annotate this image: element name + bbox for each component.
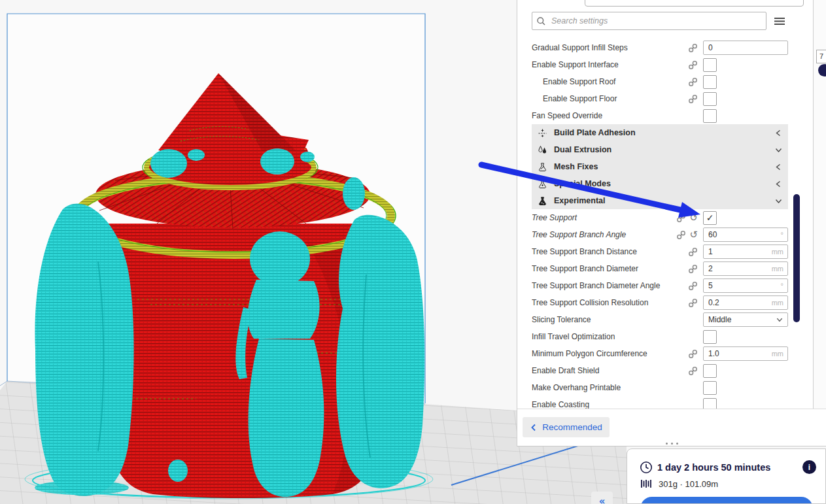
setting-checkbox[interactable]: [703, 58, 717, 72]
setting-label: Tree Support Branch Diameter Angle: [532, 281, 664, 290]
dual-extrusion-icon: [536, 145, 549, 155]
special-modes-icon: [536, 179, 549, 189]
setting-value: 5: [704, 281, 781, 290]
setting-label: Minimum Polygon Circumference: [532, 349, 664, 358]
category-label: Experimental: [554, 196, 774, 205]
check-icon: ✓: [706, 213, 714, 222]
dropdown-value: Middle: [704, 315, 776, 324]
category-row-mesh-fixes[interactable]: Mesh Fixes: [532, 158, 788, 175]
setting-unit: mm: [772, 299, 787, 307]
info-icon[interactable]: i: [802, 460, 816, 474]
chevron-left-icon: [774, 163, 783, 171]
setting-unit: °: [781, 231, 787, 239]
setting-row: Fan Speed Override: [532, 107, 788, 124]
setting-label: Tree Support Branch Angle: [532, 230, 664, 239]
category-row-build-plate-adhesion[interactable]: Build Plate Adhesion: [532, 124, 788, 141]
recommended-label: Recommended: [542, 422, 602, 432]
link-icon: [676, 213, 686, 223]
setting-checkbox[interactable]: [703, 398, 717, 409]
link-icon: [688, 43, 698, 53]
link-icon: [688, 247, 698, 257]
link-icon: [688, 298, 698, 308]
setting-row: Gradual Support Infill Steps 0: [532, 39, 788, 56]
collapse-panel-button[interactable]: «: [591, 492, 613, 504]
setting-label: Enable Coasting: [532, 400, 664, 409]
panel-footer: Recommended: [517, 409, 826, 446]
category-label: Mesh Fixes: [554, 162, 774, 171]
setting-label: Enable Support Roof: [532, 77, 664, 86]
setting-label: Fan Speed Override: [532, 111, 664, 120]
print-time: 1 day 2 hours 50 minutes: [657, 462, 770, 473]
setting-label: Make Overhang Printable: [532, 383, 664, 392]
print-settings-panel: Gradual Support Infill Steps 0 Enable Su…: [517, 0, 826, 446]
setting-checkbox[interactable]: [703, 381, 717, 395]
slice-action-button[interactable]: [640, 497, 813, 504]
setting-checkbox[interactable]: [703, 109, 717, 123]
setting-row: Infill Travel Optimization: [532, 328, 788, 345]
setting-label: Tree Support Branch Diameter: [532, 264, 664, 273]
slicing-tolerance-dropdown[interactable]: Middle: [703, 312, 788, 327]
tree-support-checkbox[interactable]: ✓: [703, 211, 717, 225]
setting-checkbox[interactable]: [703, 364, 717, 378]
setting-label: Infill Travel Optimization: [532, 332, 664, 341]
setting-value-field[interactable]: 0: [703, 41, 788, 55]
setting-label: Tree Support Collision Resolution: [532, 298, 664, 307]
setting-value-field[interactable]: 0.2mm: [703, 295, 788, 310]
settings-scrollbar[interactable]: [793, 194, 800, 322]
setting-row: Tree Support Collision Resolution 0.2mm: [532, 294, 788, 311]
cura-window: Gradual Support Infill Steps 0 Enable Su…: [0, 0, 826, 504]
undo-icon[interactable]: ↺: [689, 230, 698, 240]
setting-checkbox[interactable]: [703, 92, 717, 106]
search-input[interactable]: [550, 16, 762, 26]
setting-row: Tree Support Branch Diameter Angle 5°: [532, 277, 788, 294]
setting-row: Minimum Polygon Circumference 1.0mm: [532, 345, 788, 362]
partial-info-icon: [818, 64, 826, 76]
settings-menu-button[interactable]: [774, 16, 785, 25]
setting-value-field[interactable]: 2mm: [703, 261, 788, 276]
setting-value-field[interactable]: 1mm: [703, 244, 788, 259]
chevron-down-icon: [776, 316, 787, 324]
setting-unit: mm: [772, 248, 787, 256]
setting-value: 1: [704, 247, 772, 256]
setting-row: Enable Support Floor: [532, 90, 788, 107]
link-icon: [676, 230, 686, 240]
category-row-dual-extrusion[interactable]: Dual Extrusion: [532, 141, 788, 158]
adhesion-icon: [536, 128, 549, 138]
panel-resize-handle[interactable]: [657, 443, 687, 445]
profile-dropdown-partial[interactable]: [585, 0, 804, 7]
setting-row: Tree Support Branch Angle ↺ 60°: [532, 226, 788, 243]
setting-value-field[interactable]: 1.0mm: [703, 346, 788, 361]
link-icon: [688, 60, 698, 70]
setting-row: Tree Support Branch Distance 1mm: [532, 243, 788, 260]
link-icon: [688, 281, 698, 291]
setting-value: 1.0: [704, 349, 772, 358]
setting-checkbox[interactable]: [703, 75, 717, 89]
clock-icon: [640, 461, 653, 474]
print-time-row: 1 day 2 hours 50 minutes: [640, 461, 770, 474]
setting-value: 60: [704, 230, 781, 239]
setting-row: Enable Coasting: [532, 396, 788, 409]
setting-value-field[interactable]: 5°: [703, 278, 788, 293]
setting-label: Enable Support Floor: [532, 94, 664, 103]
setting-checkbox[interactable]: [703, 330, 717, 344]
search-box[interactable]: [532, 12, 766, 30]
setting-value-field[interactable]: 60°: [703, 227, 788, 242]
category-row-experimental[interactable]: Experimental: [532, 192, 788, 209]
setting-unit: mm: [772, 265, 787, 273]
undo-icon[interactable]: ↺: [689, 213, 698, 223]
setting-row: Enable Draft Shield: [532, 362, 788, 379]
setting-label: Enable Support Interface: [532, 60, 664, 69]
setting-unit: mm: [772, 350, 787, 358]
setting-label: Tree Support Branch Distance: [532, 247, 664, 256]
mesh-fixes-icon: [536, 162, 549, 172]
recommended-mode-button[interactable]: Recommended: [523, 417, 610, 437]
link-icon: [688, 77, 698, 87]
chevron-down-icon: [774, 146, 783, 154]
print-summary-card: 1 day 2 hours 50 minutes i 301g · 101.09…: [627, 448, 826, 504]
setting-label: Tree Support: [532, 213, 664, 222]
material-usage: 301g · 101.09m: [659, 479, 718, 489]
setting-row-tree-support: Tree Support ↺ ✓: [532, 209, 788, 226]
chevron-left-icon: [774, 129, 783, 137]
category-row-special-modes[interactable]: Special Modes: [532, 175, 788, 192]
category-label: Special Modes: [554, 179, 774, 188]
